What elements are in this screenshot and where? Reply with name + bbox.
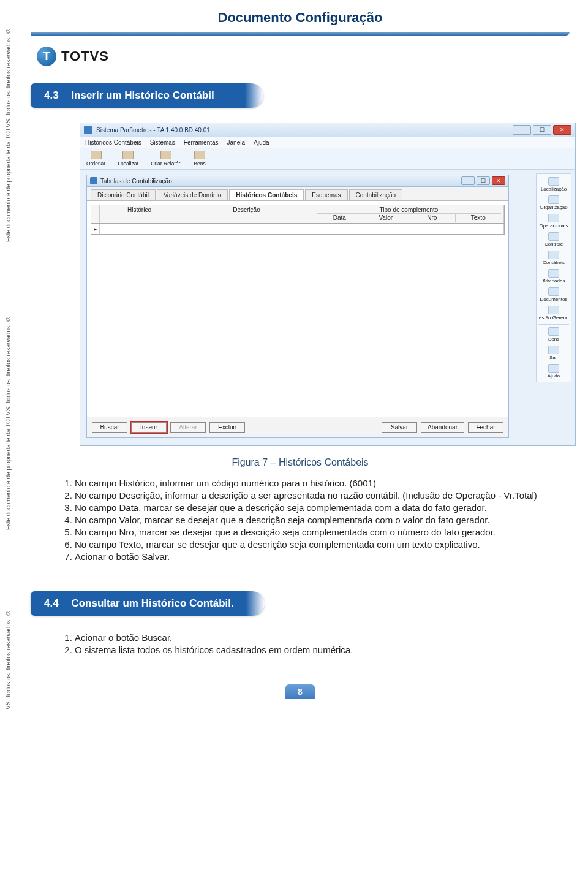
bens-icon [194, 151, 205, 159]
inner-maximize-button[interactable]: ☐ [477, 176, 490, 185]
alterar-button[interactable]: Alterar [170, 422, 206, 433]
side-controle[interactable]: Controle [538, 231, 569, 248]
excluir-button[interactable]: Excluir [209, 422, 245, 433]
section-heading-4-4: 4.4 Consultar um Histórico Contábil. [31, 591, 265, 616]
instruction-item: No campo Histórico, informar um código n… [75, 478, 560, 488]
grid-row[interactable]: ▸ [91, 224, 505, 235]
inner-button-bar: Buscar Inserir Alterar Excluir Salvar Ab… [87, 417, 508, 437]
main-toolbar: Ordenar Localizar Criar Relatóri Bens [80, 148, 575, 170]
instruction-item: Acionar o botão Salvar. [75, 551, 560, 562]
inner-tabs: Dicionário Contábil Variáveis de Domínio… [87, 187, 508, 201]
menu-item[interactable]: Ferramentas [184, 139, 219, 146]
maximize-button[interactable]: ☐ [533, 125, 551, 135]
section-number: 4.3 [44, 89, 59, 101]
instruction-item: No campo Texto, marcar se desejar que a … [75, 539, 560, 550]
ownership-note: Este documento é de propriedade da TOTVS… [5, 600, 20, 711]
toolbar-relatorio[interactable]: Criar Relatóri [151, 151, 181, 167]
side-localizacao[interactable]: Localização [538, 176, 569, 193]
help-icon [548, 364, 559, 373]
tab-variaveis[interactable]: Variáveis de Domínio [157, 189, 228, 200]
menu-item[interactable]: Sistemas [150, 139, 175, 146]
main-window-titlebar: Sistema Parâmetros - TA 1.40.0 BD 40.01 … [80, 123, 575, 137]
ops-icon [548, 214, 559, 222]
control-icon [548, 232, 559, 241]
toolbar-ordenar[interactable]: Ordenar [86, 151, 105, 167]
brand-block: T TOTVS [37, 47, 570, 66]
subcol-data: Data [317, 214, 363, 222]
side-sair[interactable]: Sair [538, 344, 569, 361]
abandonar-button[interactable]: Abandonar [421, 422, 464, 433]
col-descricao: Descrição [179, 205, 314, 223]
tab-dicionario[interactable]: Dicionário Contábil [91, 189, 156, 200]
subcol-texto: Texto [456, 214, 502, 222]
section-number: 4.4 [44, 597, 59, 609]
activity-icon [548, 269, 559, 278]
side-icon-bar: Localização Organização Operacionais Con… [536, 173, 571, 382]
tab-contabilizacao[interactable]: Contabilização [349, 189, 403, 200]
toolbar-localizar[interactable]: Localizar [118, 151, 138, 167]
bens-side-icon [548, 327, 559, 336]
sort-icon [91, 151, 102, 159]
tab-esquemas[interactable]: Esquemas [305, 189, 347, 200]
side-documentos[interactable]: Documentos [538, 286, 569, 303]
side-bens[interactable]: Bens [538, 324, 569, 343]
inner-app-icon [90, 177, 97, 184]
org-icon [548, 195, 559, 204]
location-icon [548, 177, 559, 186]
instruction-list-1: No campo Histórico, informar um código n… [31, 478, 570, 562]
salvar-button[interactable]: Salvar [382, 422, 417, 433]
docs-icon [548, 287, 559, 296]
subcol-valor: Valor [363, 214, 410, 222]
instruction-item: No campo Nro, marcar se desejar que a de… [75, 527, 560, 537]
col-historico: Histórico [100, 205, 179, 223]
side-ajuda[interactable]: Ajuda [538, 363, 569, 380]
instruction-item: Acionar o botão Buscar. [75, 632, 560, 643]
report-icon [160, 151, 172, 159]
main-window-title: Sistema Parâmetros - TA 1.40.0 BD 40.01 [96, 127, 513, 134]
menu-item[interactable]: Ajuda [254, 139, 270, 146]
row-cursor-icon: ▸ [91, 224, 100, 234]
inner-window-title: Tabelas de Contabilização [100, 178, 461, 184]
instruction-list-2: Acionar o botão Buscar. O sistema lista … [31, 632, 570, 655]
side-contabeis[interactable]: Contábeis [538, 249, 569, 267]
menu-item[interactable]: Janela [227, 139, 245, 146]
figure-caption: Figura 7 – Históricos Contábeis [31, 457, 570, 468]
header-divider [31, 32, 570, 36]
subcol-nro: Nro [409, 214, 456, 222]
tab-historicos[interactable]: Históricos Contábeis [229, 189, 304, 200]
inserir-button[interactable]: Inserir [131, 422, 167, 433]
side-gestao[interactable]: estão Gerenc [538, 304, 569, 322]
instruction-item: O sistema lista todos os históricos cada… [75, 645, 560, 655]
side-organizacao[interactable]: Organização [538, 194, 569, 211]
col-tipo: Tipo de complemento Data Valor Nro Texto [314, 205, 504, 223]
menu-item[interactable]: Históricos Contábeis [85, 139, 141, 146]
brand-name: TOTVS [61, 48, 109, 64]
side-atividades[interactable]: Atividades [538, 268, 569, 285]
section-heading-4-3: 4.3 Inserir um Histórico Contábil [31, 83, 263, 108]
minimize-button[interactable]: — [513, 125, 531, 135]
inner-close-button[interactable]: ✕ [492, 176, 505, 185]
fechar-button[interactable]: Fechar [468, 422, 503, 433]
section-title: Inserir um Histórico Contábil [71, 89, 214, 101]
instruction-item: No campo Data, marcar se desejar que a d… [75, 502, 560, 513]
inner-minimize-button[interactable]: — [461, 176, 475, 185]
mgmt-icon [548, 306, 559, 314]
ownership-note: Este documento é de propriedade da TOTVS… [5, 306, 20, 539]
ownership-note: Este documento é de propriedade da TOTVS… [5, 18, 20, 251]
section-title: Consultar um Histórico Contábil. [71, 597, 233, 609]
buscar-button[interactable]: Buscar [92, 422, 127, 433]
page-number: 8 [285, 684, 315, 699]
search-icon [123, 151, 134, 159]
application-screenshot: Sistema Parâmetros - TA 1.40.0 BD 40.01 … [80, 123, 576, 446]
close-button[interactable]: ✕ [553, 125, 571, 135]
instruction-item: No campo Valor, marcar se desejar que a … [75, 515, 560, 525]
document-title: Documento Configuração [31, 6, 570, 32]
exit-icon [548, 346, 559, 354]
instruction-item: No campo Descrição, informar a descrição… [75, 490, 560, 501]
menu-bar: Históricos Contábeis Sistemas Ferramenta… [80, 137, 575, 148]
toolbar-bens[interactable]: Bens [194, 151, 205, 167]
inner-window: Tabelas de Contabilização — ☐ ✕ Dicionár… [86, 175, 509, 438]
app-icon [84, 126, 92, 134]
side-operacionais[interactable]: Operacionais [538, 213, 569, 230]
brand-logo-icon: T [37, 47, 56, 66]
